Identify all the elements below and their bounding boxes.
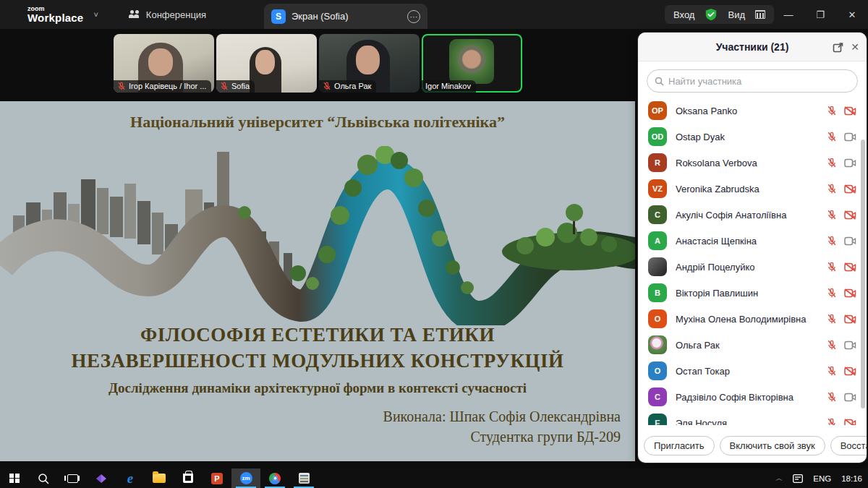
scrollbar[interactable]: [861, 140, 865, 408]
mic-muted-icon: [827, 340, 837, 350]
participant-name: Вікторія Павлишин: [676, 288, 818, 299]
video-name-label: Ольга Рак: [319, 80, 376, 93]
kmplayer-icon[interactable]: [87, 468, 116, 488]
windows-taskbar: e P zm ︿ ENG 18:16: [0, 468, 868, 488]
mic-muted-icon: [323, 82, 331, 90]
mic-muted-icon: [827, 236, 837, 246]
close-button[interactable]: ✕: [836, 0, 868, 29]
view-grid-icon[interactable]: [755, 10, 765, 19]
video-tile[interactable]: Ігор Карівець / Ihor ...: [114, 34, 214, 93]
restore-status-button[interactable]: Восстановить ста: [830, 436, 867, 455]
participant-row[interactable]: Андрій Поцелуйко: [638, 254, 867, 280]
tray-app-icon[interactable]: [793, 474, 803, 483]
participant-row[interactable]: BВікторія Павлишин: [638, 280, 867, 306]
shared-screen-slide: Національний університет “Львівська полі…: [0, 101, 635, 461]
avatar: R: [648, 153, 667, 172]
participant-row[interactable]: RRoksolana Verbova: [638, 150, 867, 176]
participant-row[interactable]: Ольга Рак: [638, 332, 867, 358]
store-icon[interactable]: [174, 468, 203, 488]
participant-row[interactable]: EЭля Носуля: [638, 410, 867, 425]
participant-row[interactable]: AАнастасія Щепкіна: [638, 228, 867, 254]
chrome-icon[interactable]: [260, 468, 289, 488]
system-tray: ︿ ENG 18:16: [775, 468, 862, 488]
search-taskbar-icon[interactable]: [29, 468, 58, 488]
zoom-taskbar-icon[interactable]: zm: [231, 468, 260, 488]
logo-line-workplace: Workplace: [27, 12, 83, 23]
mic-muted-icon: [827, 314, 837, 324]
tab-screen-label: Экран (Sofia): [292, 11, 401, 22]
video-tile[interactable]: Ольга Рак: [319, 34, 420, 93]
participant-row[interactable]: OPOksana Panko: [638, 98, 867, 124]
zoom-workplace-logo: zoom Workplace: [27, 6, 83, 23]
video-name-label: Sofia: [216, 80, 255, 93]
camera-off-icon: [844, 106, 856, 116]
participant-name: Эля Носуля: [676, 418, 818, 426]
participant-name: Остап Токар: [676, 366, 818, 377]
edge-icon[interactable]: e: [116, 468, 145, 488]
participants-title: Участники (21): [716, 41, 789, 53]
mic-muted-icon: [827, 288, 837, 298]
popout-icon[interactable]: [833, 42, 843, 53]
avatar: OP: [648, 101, 667, 120]
clock[interactable]: 18:16: [841, 474, 862, 483]
participant-row[interactable]: OМухіна Олена Володимирівна: [638, 306, 867, 332]
participant-row[interactable]: CАкуліч Софія Анатоліївна: [638, 202, 867, 228]
security-shield-icon[interactable]: [705, 8, 718, 21]
avatar: [449, 39, 494, 84]
participant-search[interactable]: [647, 69, 858, 93]
task-view-icon[interactable]: [58, 468, 87, 488]
file-explorer-icon[interactable]: [145, 468, 174, 488]
participant-row[interactable]: ODOstap Dyak: [638, 124, 867, 150]
tab-screen-share[interactable]: S Экран (Sofia) ⋯: [264, 4, 427, 29]
app-document-icon[interactable]: [289, 468, 318, 488]
mic-muted-icon: [827, 392, 837, 402]
slide-author-line2: Студентка групи БД-209: [471, 429, 621, 445]
participant-name: Veronika Zabrudska: [676, 184, 818, 194]
avatar: E: [648, 414, 667, 425]
close-panel-icon[interactable]: ✕: [851, 41, 859, 53]
powerpoint-icon[interactable]: P: [203, 468, 231, 488]
view-button[interactable]: Вид: [728, 9, 745, 20]
tab-conference[interactable]: Конференция: [129, 9, 206, 20]
avatar: A: [648, 231, 667, 250]
unmute-button[interactable]: Включить свой звук: [720, 436, 825, 455]
participants-list: OPOksana Panko ODOstap Dyak RRoksolana V…: [638, 98, 867, 425]
avatar: [648, 335, 667, 354]
participant-row[interactable]: VZVeronika Zabrudska: [638, 176, 867, 202]
avatar: S: [271, 9, 286, 24]
invite-button[interactable]: Пригласить: [644, 436, 715, 455]
start-button[interactable]: [0, 468, 29, 488]
avatar: [648, 257, 667, 276]
participant-name: Oksana Panko: [676, 106, 818, 116]
mic-muted-icon: [827, 210, 837, 220]
search-icon: [655, 77, 664, 86]
video-tile[interactable]: Igor Minakov: [422, 34, 522, 93]
avatar: C: [648, 388, 667, 406]
language-indicator[interactable]: ENG: [813, 474, 831, 483]
more-options-icon[interactable]: ⋯: [407, 10, 420, 23]
video-strip: Ігор Карівець / Ihor ... Sofia Ольга Рак…: [114, 34, 522, 93]
window-controls: — ❐ ✕: [773, 0, 868, 29]
mic-muted-icon: [827, 262, 837, 272]
participant-name: Ostap Dyak: [676, 132, 818, 142]
minimize-button[interactable]: —: [773, 0, 804, 29]
zoom-window: zoom Workplace ˅ Конференция S Экран (So…: [0, 0, 868, 488]
participant-name: Roksolana Verbova: [676, 158, 818, 168]
search-input[interactable]: [668, 76, 850, 87]
video-tile[interactable]: Sofia: [216, 34, 317, 93]
chevron-down-icon[interactable]: ˅: [93, 10, 98, 19]
maximize-button[interactable]: ❐: [804, 0, 836, 29]
participant-row[interactable]: OОстап Токар: [638, 358, 867, 384]
camera-on-icon: [844, 341, 856, 350]
participant-name: Анастасія Щепкіна: [676, 236, 818, 247]
signin-button[interactable]: Вход: [673, 9, 694, 20]
slide-title-line1: ФІЛОСОФІЯ ЕСТЕТИКИ ТА ЕТИКИ: [0, 324, 635, 346]
camera-off-icon: [844, 367, 856, 376]
tray-chevron-icon[interactable]: ︿: [775, 474, 783, 484]
avatar: O: [648, 361, 667, 380]
camera-on-icon: [844, 132, 856, 142]
tab-conference-label: Конференция: [146, 9, 206, 20]
participant-row[interactable]: CРадзівіло Софія Вікторівна: [638, 384, 867, 410]
avatar: O: [648, 309, 667, 328]
avatar: C: [648, 205, 667, 224]
